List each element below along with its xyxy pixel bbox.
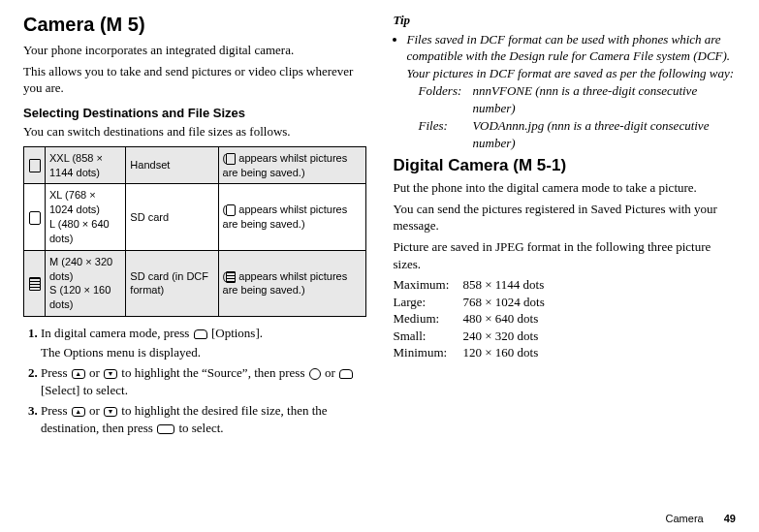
- def-row: Files: VODAnnn.jpg (nnn is a three-digit…: [419, 117, 737, 151]
- step-item: In digital camera mode, press [Options].…: [41, 325, 366, 360]
- tip-body: Files saved in DCF format can be used wi…: [407, 32, 735, 80]
- def-val: VODAnnn.jpg (nnn is a three-digit consec…: [473, 117, 737, 151]
- nav-up-icon: [72, 407, 85, 417]
- step-sub: The Options menu is displayed.: [41, 344, 366, 361]
- title-menu-ref: (M 5): [100, 14, 145, 35]
- note-cell: ( appears whilst pictures are being save…: [218, 146, 365, 184]
- def-key: Folders:: [419, 82, 473, 116]
- section-heading-destinations: Selecting Destinations and File Sizes: [23, 105, 366, 122]
- step-item: Press or to highlight the “Source”, then…: [41, 364, 366, 398]
- picture-size-list: Maximum:858 × 1144 dots Large:768 × 1024…: [394, 276, 737, 361]
- page-footer: Camera 49: [23, 512, 736, 526]
- page-number: 49: [724, 513, 736, 524]
- title-text: Camera: [23, 14, 94, 35]
- def-val: nnnVFONE (nnn is a three-digit consecuti…: [473, 82, 737, 116]
- intro-para-2: This allows you to take and send picture…: [23, 63, 366, 97]
- size-row: Small:240 × 320 dots: [394, 328, 737, 345]
- nav-center-icon: [309, 368, 321, 380]
- size-cell: M (240 × 320 dots) S (120 × 160 dots): [46, 250, 126, 316]
- def-row: Folders: nnnVFONE (nnn is a three-digit …: [419, 82, 737, 116]
- intro-para-1: Your phone incorporates an integrated di…: [23, 42, 366, 59]
- nav-down-icon: [104, 369, 117, 379]
- sd-icon: [226, 204, 236, 216]
- section-intro: You can switch destinations and file siz…: [23, 123, 366, 141]
- note-cell: ( appears whilst pictures are being save…: [218, 184, 365, 250]
- size-row: Maximum:858 × 1144 dots: [394, 276, 737, 294]
- table-row: XL (768 × 1024 dots) L (480 × 640 dots) …: [24, 184, 366, 250]
- nav-down-icon: [104, 407, 117, 417]
- note-cell: ( appears whilst pictures are being save…: [218, 250, 365, 316]
- table-row: XXL (858 × 1144 dots) Handset ( appears …: [24, 146, 366, 184]
- size-destination-table: XXL (858 × 1144 dots) Handset ( appears …: [23, 146, 366, 317]
- tip-block: Tip Files saved in DCF format can be use…: [394, 12, 737, 151]
- nav-center-icon: [157, 424, 174, 434]
- softkey-icon: [339, 369, 353, 379]
- heading-text: Digital Camera: [394, 156, 509, 174]
- card-icon: [29, 159, 41, 172]
- def-key: Files:: [419, 117, 473, 151]
- size-cell: XL (768 × 1024 dots) L (480 × 640 dots): [46, 184, 126, 250]
- tip-heading: Tip: [394, 12, 737, 29]
- size-row: Large:768 × 1024 dots: [394, 294, 737, 311]
- dest-cell: Handset: [126, 146, 218, 184]
- dest-cell: SD card: [126, 184, 218, 250]
- dc-para-1: Put the phone into the digital camera mo…: [394, 179, 737, 197]
- softkey-icon: [194, 329, 207, 339]
- table-row: M (240 × 320 dots) S (120 × 160 dots) SD…: [24, 250, 366, 316]
- dc-para-3: Picture are saved in JPEG format in the …: [394, 238, 737, 272]
- nav-up-icon: [72, 369, 85, 379]
- steps-list: In digital camera mode, press [Options].…: [23, 325, 366, 436]
- tip-item: Files saved in DCF format can be used wi…: [407, 31, 737, 152]
- size-row: Minimum:120 × 160 dots: [394, 344, 737, 361]
- right-column: Tip Files saved in DCF format can be use…: [394, 12, 737, 508]
- dc-para-2: You can send the pictures registered in …: [394, 201, 737, 235]
- step-item: Press or to highlight the desired file s…: [41, 402, 366, 436]
- page-title: Camera (M 5): [23, 12, 366, 38]
- left-column: Camera (M 5) Your phone incorporates an …: [23, 12, 366, 508]
- card-icon: [226, 153, 236, 165]
- dest-cell: SD card (in DCF format): [126, 250, 218, 316]
- footer-label: Camera: [666, 513, 704, 524]
- sd-icon: [29, 211, 41, 225]
- film-icon: [226, 271, 236, 283]
- size-row: Medium:480 × 640 dots: [394, 310, 737, 328]
- film-icon: [29, 277, 41, 291]
- size-cell: XXL (858 × 1144 dots): [46, 146, 126, 184]
- heading-menu-ref: (M 5-1): [513, 156, 566, 174]
- section-heading-digital-camera: Digital Camera (M 5-1): [394, 155, 737, 177]
